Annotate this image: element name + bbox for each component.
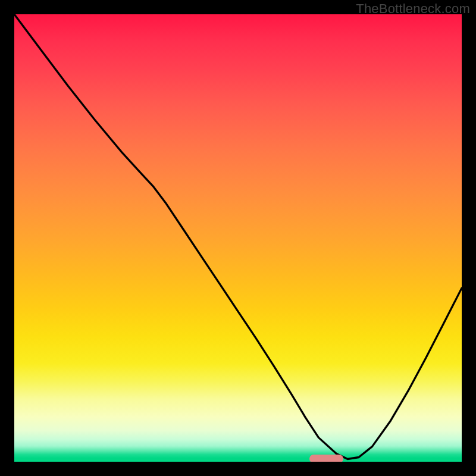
curve-svg (14, 14, 462, 462)
bottleneck-curve (14, 14, 462, 459)
optimal-range-marker (309, 455, 343, 462)
plot-area (14, 14, 462, 462)
chart-frame: TheBottleneck.com (0, 0, 476, 476)
watermark-text: TheBottleneck.com (356, 1, 470, 17)
